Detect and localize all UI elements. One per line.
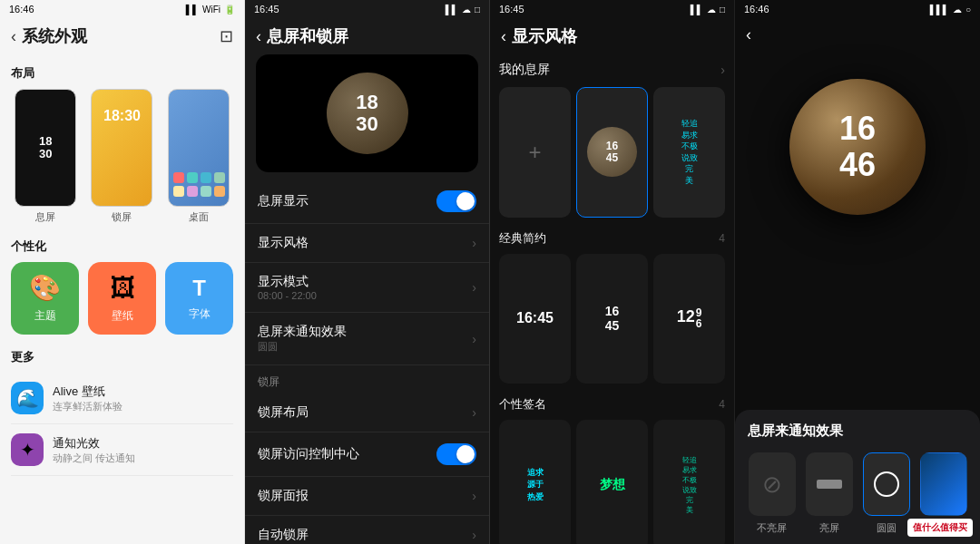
- status-time-2: 16:45: [254, 4, 279, 15]
- layout-row: 1830 息屏 18:30 锁屏: [11, 89, 233, 224]
- bubble-time: 18 30: [356, 92, 377, 135]
- effect-item-none[interactable]: ⊘ 不亮屏: [748, 452, 796, 535]
- notify-sub: 动静之间 传达通知: [53, 452, 233, 465]
- persona-text-1: 追求源于热爱: [527, 467, 544, 504]
- panel2-scroll: 18 30 息屏显示 显示风格 › 显示模式 08:00 - 22:00 ›: [245, 54, 489, 544]
- bubble-clock-preview: 18 30: [327, 73, 408, 154]
- classic-grid: 16:45 1645 12 96: [499, 254, 725, 384]
- lock-face-label: 锁屏面报: [258, 488, 472, 504]
- panel-sleep-lock: 16:45 ▌▌ ☁ □ ‹ 息屏和锁屏 18 30 息屏显示: [245, 0, 490, 544]
- edit-icon[interactable]: ⊡: [220, 26, 233, 46]
- chevron-icon-6: ›: [472, 528, 476, 542]
- lock-layout-row[interactable]: 锁屏布局 ›: [245, 393, 489, 432]
- persona-section-name: 个性签名: [499, 396, 546, 413]
- back-button-1[interactable]: ‹: [11, 27, 16, 46]
- bright-bar: [817, 480, 842, 489]
- add-style-card[interactable]: +: [499, 87, 571, 218]
- display-mode-label: 显示模式: [258, 274, 472, 290]
- nav-header-2: ‹ 息屏和锁屏: [245, 18, 489, 54]
- theme-icon: 🎨: [29, 273, 61, 303]
- battery3-icon: □: [720, 5, 725, 15]
- my-aod-arrow[interactable]: ›: [720, 63, 725, 77]
- notify-main: 通知光效: [53, 435, 233, 452]
- persona-text-3: 轻追易求不极说致完美: [682, 455, 697, 516]
- cyan-text: 轻追易求不极说致完美: [678, 114, 701, 190]
- effect-item-bright[interactable]: 亮屏: [805, 452, 853, 535]
- bright-card[interactable]: [806, 452, 853, 516]
- alive-sub: 连享鲜活新体验: [53, 400, 233, 413]
- no-bright-card[interactable]: ⊘: [749, 452, 796, 516]
- font-card[interactable]: T 字体: [165, 262, 233, 335]
- home-icons: [173, 172, 224, 197]
- big-bubble: 16 46: [789, 79, 926, 215]
- persona-card-3[interactable]: 轻追易求不极说致完美: [653, 420, 725, 544]
- lock-control-row[interactable]: 锁屏访问控制中心: [245, 432, 489, 477]
- notify-effect-row[interactable]: 息屏来通知效果 圆圆 ›: [245, 313, 489, 365]
- back-button-3[interactable]: ‹: [501, 27, 506, 46]
- alive-item[interactable]: 🌊 Alive 壁纸 连享鲜活新体验: [11, 373, 233, 424]
- battery-icon: 🔋: [224, 5, 235, 15]
- notify-effect-sub: 圆圆: [258, 340, 472, 354]
- cyan-style-card[interactable]: 轻追易求不极说致完美: [653, 87, 725, 218]
- big-bubble-time: 16 46: [839, 111, 876, 182]
- wifi4-icon: ☁: [953, 5, 962, 15]
- chevron-icon-2: ›: [472, 280, 476, 295]
- aod-display-label: 息屏显示: [258, 193, 436, 209]
- home-label: 桌面: [189, 210, 209, 224]
- phone-aod[interactable]: 1830 息屏: [11, 89, 80, 224]
- bright-label: 亮屏: [819, 521, 839, 535]
- display-style-row[interactable]: 显示风格 ›: [245, 224, 489, 263]
- aod-label: 息屏: [35, 210, 55, 224]
- font-icon: T: [192, 276, 206, 301]
- classic-time-1: 16:45: [516, 310, 554, 326]
- alive-text: Alive 壁纸 连享鲜活新体验: [53, 384, 233, 413]
- battery4-icon: ○: [965, 5, 971, 15]
- notify-text: 通知光效 动静之间 传达通知: [53, 435, 233, 465]
- chevron-icon-4: ›: [472, 405, 476, 420]
- plus-icon: +: [528, 140, 541, 165]
- aod-display-toggle[interactable]: [436, 190, 476, 212]
- wallpaper-card[interactable]: 🖼 壁纸: [88, 262, 156, 335]
- classic-card-1[interactable]: 16:45: [499, 254, 571, 384]
- status-icons-1: ▌▌ WiFi 🔋: [186, 5, 235, 15]
- nav-header-3: ‹ 显示风格: [490, 18, 734, 54]
- signal4-icon: ▌▌▌: [930, 5, 949, 15]
- effect-item-round[interactable]: 圆圆: [862, 452, 910, 535]
- nav-header-4: ‹: [735, 18, 980, 52]
- auto-lock-label: 自动锁屏: [258, 527, 472, 543]
- wallpaper-label: 壁纸: [112, 308, 133, 324]
- classic-card-3[interactable]: 12 96: [653, 254, 725, 384]
- round-card[interactable]: [863, 452, 910, 516]
- light-card[interactable]: [920, 452, 967, 516]
- aod-display-row[interactable]: 息屏显示: [245, 180, 489, 224]
- notify-item[interactable]: ✦ 通知光效 动静之间 传达通知: [11, 424, 233, 476]
- display-mode-row[interactable]: 显示模式 08:00 - 22:00 ›: [245, 263, 489, 313]
- bubble-style-card[interactable]: 1645: [576, 87, 648, 218]
- toggle-knob-2: [456, 445, 475, 463]
- round-icon: [874, 471, 899, 497]
- classic-time-3: 12 96: [677, 307, 702, 329]
- status-bar-1: 16:46 ▌▌ WiFi 🔋: [0, 0, 244, 18]
- persona-card-2[interactable]: 梦想: [576, 420, 648, 544]
- display-style-label: 显示风格: [258, 235, 472, 251]
- back-button-2[interactable]: ‹: [256, 27, 261, 46]
- lock-control-toggle[interactable]: [436, 443, 476, 465]
- lock-layout-label: 锁屏布局: [258, 404, 472, 421]
- section-more-title: 更多: [11, 349, 233, 365]
- battery2-icon: □: [475, 5, 480, 15]
- status-bar-2: 16:45 ▌▌ ☁ □: [245, 0, 489, 18]
- phone-home[interactable]: 桌面: [164, 89, 233, 224]
- back-button-4[interactable]: ‹: [746, 25, 751, 44]
- phone-lock[interactable]: 18:30 锁屏: [87, 89, 156, 224]
- panel-notify-effect: 16:46 ▌▌▌ ☁ ○ ‹ 16 46 息屏来通知效果 ⊘ 不亮屏: [735, 0, 980, 544]
- auto-lock-row[interactable]: 自动锁屏 ›: [245, 516, 489, 544]
- panel-system-appearance: 16:46 ▌▌ WiFi 🔋 ‹ 系统外观 ⊡ 布局 1830 息屏: [0, 0, 245, 544]
- wifi-icon: WiFi: [202, 5, 220, 15]
- classic-card-2[interactable]: 1645: [576, 254, 648, 384]
- lock-face-row[interactable]: 锁屏面报 ›: [245, 477, 489, 516]
- persona-card-1[interactable]: 追求源于热爱: [499, 420, 571, 544]
- theme-card[interactable]: 🎨 主题: [11, 262, 79, 335]
- alive-main: Alive 壁纸: [53, 384, 233, 400]
- display-mode-sub: 08:00 - 22:00: [258, 290, 472, 301]
- lock-control-label: 锁屏访问控制中心: [258, 446, 436, 462]
